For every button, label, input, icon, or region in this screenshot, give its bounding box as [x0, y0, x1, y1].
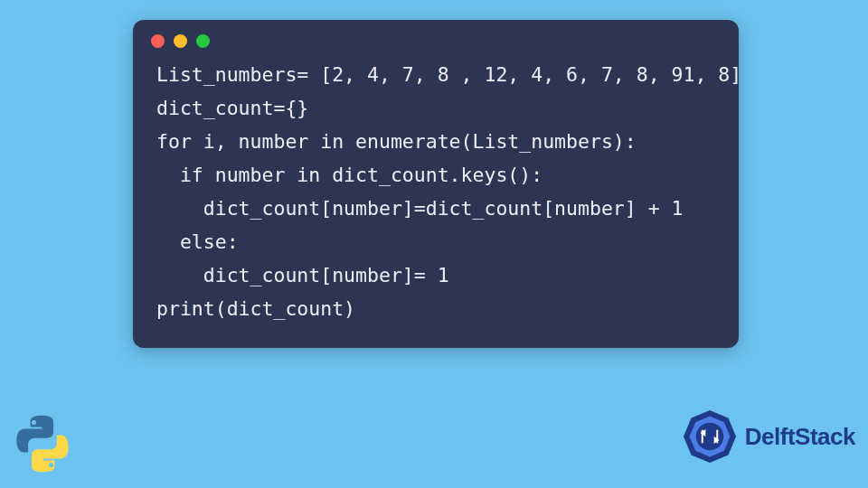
code-window: List_numbers= [2, 4, 7, 8 , 12, 4, 6, 7,…: [133, 20, 739, 348]
python-logo-icon: [11, 412, 74, 475]
code-block: List_numbers= [2, 4, 7, 8 , 12, 4, 6, 7,…: [133, 57, 739, 326]
window-controls: [133, 20, 739, 57]
svg-point-2: [696, 423, 723, 450]
code-line: List_numbers= [2, 4, 7, 8 , 12, 4, 6, 7,…: [156, 63, 741, 86]
close-icon[interactable]: [151, 34, 165, 48]
svg-rect-5: [702, 430, 703, 444]
code-line: print(dict_count): [156, 297, 355, 320]
code-line: for i, number in enumerate(List_numbers)…: [156, 130, 637, 153]
minimize-icon[interactable]: [174, 34, 187, 48]
code-line: dict_count[number]= 1: [156, 264, 449, 286]
svg-rect-6: [716, 430, 718, 444]
delftstack-label: DelftStack: [745, 423, 855, 451]
code-line: else:: [156, 230, 239, 253]
delftstack-logo-icon: [680, 407, 740, 466]
code-line: dict_count[number]=dict_count[number] + …: [156, 197, 683, 220]
code-line: dict_count={}: [156, 97, 308, 119]
delftstack-brand: DelftStack: [680, 407, 855, 466]
code-line: if number in dict_count.keys():: [156, 164, 542, 186]
maximize-icon[interactable]: [196, 34, 210, 48]
